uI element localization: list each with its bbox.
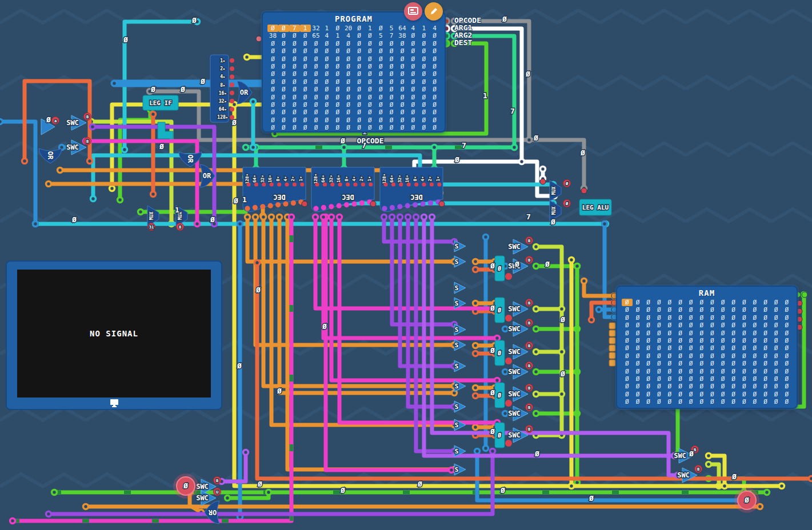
program-cell: Ø bbox=[267, 63, 278, 70]
wire-node-hole bbox=[244, 451, 247, 453]
wire-node-hole bbox=[534, 327, 537, 330]
pin[interactable] bbox=[439, 201, 445, 207]
edit-button[interactable] bbox=[425, 2, 443, 21]
swc-badge-label: B bbox=[697, 467, 699, 472]
program-cell: Ø bbox=[375, 86, 386, 93]
splitter-pin[interactable] bbox=[230, 107, 234, 111]
decoder-output-pin[interactable] bbox=[405, 203, 410, 208]
pin[interactable] bbox=[581, 188, 587, 194]
decoder-input-pin[interactable] bbox=[285, 182, 289, 186]
decoder-input-pin[interactable] bbox=[346, 182, 350, 186]
wire-value-label: Ø bbox=[560, 315, 565, 324]
decoder-input-pin[interactable] bbox=[330, 182, 334, 186]
program-memory[interactable]: PROGRAM ØØ71321Ø20Ø1Ø56441438ØØØ65414ØØ5… bbox=[262, 11, 446, 132]
decoder-input-pin[interactable] bbox=[277, 182, 281, 186]
pin[interactable] bbox=[256, 36, 262, 42]
decoder-output-pin[interactable] bbox=[283, 201, 288, 206]
splitter-pin[interactable] bbox=[230, 83, 234, 87]
wire-node-hole bbox=[560, 350, 563, 353]
wire-value-label: Ø bbox=[490, 262, 495, 270]
swc-badge-label: B bbox=[528, 386, 530, 391]
decoder-output-pin[interactable] bbox=[359, 200, 365, 206]
decoder-output-pin[interactable] bbox=[268, 203, 273, 208]
decoder-input-pin[interactable] bbox=[414, 182, 418, 186]
pin[interactable] bbox=[370, 201, 376, 207]
splitter-pin[interactable] bbox=[230, 58, 234, 63]
decoder-input-pin[interactable] bbox=[353, 182, 357, 186]
ram-address-pin[interactable] bbox=[609, 352, 615, 359]
decoder-input-pin[interactable] bbox=[315, 182, 319, 186]
pin[interactable] bbox=[802, 292, 807, 298]
circuit-canvas[interactable]: LEG IFLEG ALU1▸2▸4▸8▸16▸32▸64▸128▸128▾64… bbox=[0, 0, 812, 530]
decoder-input-pin[interactable] bbox=[430, 182, 434, 186]
monitor-display: NO SIGNAL bbox=[17, 270, 211, 398]
decoder-output-pin[interactable] bbox=[344, 202, 349, 207]
decoder-output-pin[interactable] bbox=[275, 202, 281, 207]
view-button[interactable] bbox=[404, 2, 422, 21]
decoder-input-pin[interactable] bbox=[262, 182, 266, 186]
monitor-screen[interactable]: NO SIGNAL bbox=[6, 260, 222, 410]
decoder-input-pin[interactable] bbox=[323, 182, 327, 186]
program-cell: Ø bbox=[397, 40, 408, 47]
ram-cell: Ø bbox=[696, 337, 707, 344]
splitter-pin[interactable] bbox=[230, 91, 234, 95]
decoder-output-pin[interactable] bbox=[329, 204, 334, 209]
decoder-output-pin[interactable] bbox=[382, 206, 387, 211]
ram-cell: Ø bbox=[686, 337, 697, 344]
ram-address-pin[interactable] bbox=[609, 360, 615, 366]
decoder-input-pin[interactable] bbox=[369, 182, 373, 186]
splitter-pin[interactable] bbox=[230, 74, 234, 79]
decoder-output-pin[interactable] bbox=[291, 200, 296, 206]
decoder-output-pin[interactable] bbox=[428, 200, 433, 206]
decoder-output-pin[interactable] bbox=[313, 206, 318, 211]
program-cell: Ø bbox=[397, 63, 408, 70]
program-cell: Ø bbox=[429, 94, 440, 101]
splitter-pin[interactable] bbox=[230, 66, 234, 71]
decoder-bit-label: 8▾ bbox=[413, 176, 418, 181]
decoder-output-pin[interactable] bbox=[420, 201, 425, 206]
decoder-input-pin[interactable] bbox=[422, 182, 426, 186]
decoder-input-pin[interactable] bbox=[293, 182, 297, 186]
pin[interactable] bbox=[540, 179, 546, 184]
wire-node-hole bbox=[246, 215, 249, 218]
decoder-output-pin[interactable] bbox=[413, 202, 418, 207]
decoder-output-pin[interactable] bbox=[245, 206, 250, 211]
decoder-input-pin[interactable] bbox=[338, 182, 342, 186]
byte-splitter[interactable] bbox=[210, 55, 229, 122]
decoder-input-pin[interactable] bbox=[254, 182, 258, 186]
program-cell: Ø bbox=[300, 63, 311, 70]
program-cell: Ø bbox=[289, 47, 300, 55]
ram-cell: Ø bbox=[739, 337, 750, 344]
wire-node-hole bbox=[382, 215, 385, 218]
decoder-input-pin[interactable] bbox=[300, 182, 304, 186]
decoder-input-pin[interactable] bbox=[391, 182, 395, 186]
decoder-output-pin[interactable] bbox=[337, 203, 342, 208]
decoder-output-pin[interactable] bbox=[260, 204, 265, 209]
decoder-output-pin[interactable] bbox=[390, 205, 395, 210]
decoder-input-pin[interactable] bbox=[383, 182, 387, 186]
swc-badge-label: B bbox=[694, 448, 696, 452]
ram-address-pin[interactable] bbox=[609, 330, 615, 336]
decoder-output-pin[interactable] bbox=[351, 201, 357, 206]
wire-node-hole bbox=[474, 394, 477, 397]
decoder-input-pin[interactable] bbox=[361, 182, 365, 186]
decoder-input-pin[interactable] bbox=[246, 182, 250, 186]
decoder-input-pin[interactable] bbox=[399, 182, 403, 186]
ram-memory[interactable]: RAM ØØØØØØØØØØØØØØØØØØØØØØØØØØØØØØØØØØØØ… bbox=[616, 286, 798, 409]
ram-address-pin[interactable] bbox=[609, 323, 615, 329]
ram-address-pin[interactable] bbox=[609, 338, 615, 344]
program-cell: Ø bbox=[354, 101, 365, 109]
decoder-input-pin[interactable] bbox=[407, 182, 411, 186]
pin[interactable] bbox=[302, 201, 307, 207]
splitter-pin[interactable] bbox=[230, 99, 234, 103]
decoder-input-pin[interactable] bbox=[437, 182, 441, 186]
swc-badge-label: B bbox=[528, 239, 530, 243]
program-cell: Ø bbox=[278, 117, 289, 124]
decoder-output-pin[interactable] bbox=[253, 205, 258, 210]
ram-address-pin[interactable] bbox=[609, 345, 615, 351]
decoder-output-pin[interactable] bbox=[397, 204, 402, 209]
decoder-output-pin[interactable] bbox=[321, 205, 326, 210]
program-cell: Ø bbox=[300, 40, 311, 47]
program-cell: Ø bbox=[407, 101, 418, 109]
decoder-input-pin[interactable] bbox=[270, 182, 274, 186]
